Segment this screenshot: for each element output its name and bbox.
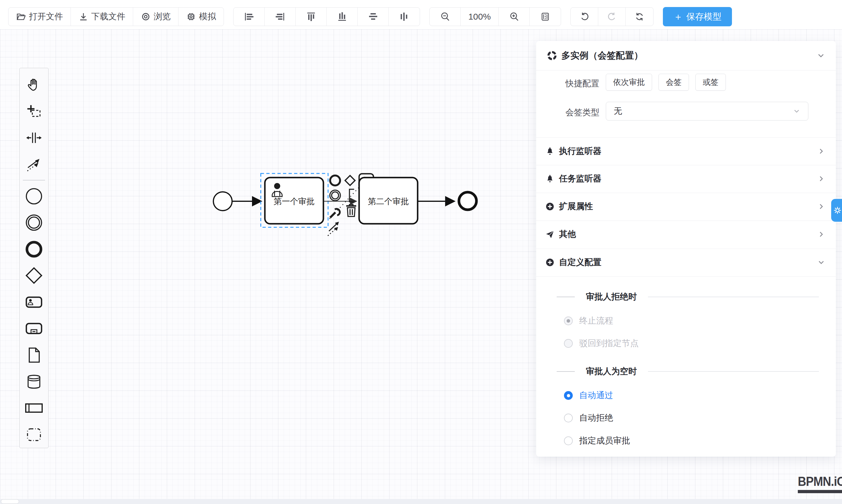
option-sequential-approval[interactable]: 依次审批 bbox=[606, 74, 652, 91]
align-left-button[interactable] bbox=[233, 7, 265, 26]
divider bbox=[536, 276, 836, 277]
save-model-label: 保存模型 bbox=[686, 11, 721, 23]
align-top-button[interactable] bbox=[296, 7, 327, 26]
radio-return-to-node[interactable]: 驳回到指定节点 bbox=[564, 338, 638, 349]
save-model-button[interactable]: ＋ 保存模型 bbox=[663, 7, 732, 26]
align-center-horizontal-button[interactable] bbox=[358, 7, 389, 26]
undo-button[interactable] bbox=[571, 7, 598, 26]
plus-circle-icon bbox=[545, 257, 555, 267]
radio-selected-disabled[interactable] bbox=[564, 317, 573, 325]
create-subprocess[interactable] bbox=[20, 315, 48, 342]
global-connect-tool[interactable] bbox=[20, 151, 48, 178]
lasso-tool[interactable] bbox=[20, 98, 48, 125]
space-tool[interactable] bbox=[20, 125, 48, 151]
radio-auto-reject[interactable]: 自动拒绝 bbox=[564, 412, 613, 424]
radio-label: 驳回到指定节点 bbox=[579, 338, 638, 349]
bpmn-editor: 第一个审批 bbox=[0, 0, 842, 504]
end-event[interactable] bbox=[459, 192, 476, 210]
align-center-horizontal-icon bbox=[368, 12, 378, 22]
chevron-right-icon bbox=[817, 175, 825, 183]
chevron-down-icon[interactable] bbox=[817, 51, 825, 60]
sign-type-select[interactable]: 无 bbox=[606, 102, 808, 121]
create-gateway[interactable] bbox=[20, 263, 48, 289]
section-custom-config[interactable]: 自定义配置 bbox=[536, 249, 836, 276]
zoom-level-label: 100% bbox=[468, 12, 491, 22]
undo-icon bbox=[579, 12, 590, 22]
radio-assign-member[interactable]: 指定成员审批 bbox=[564, 435, 630, 447]
zoom-out-button[interactable] bbox=[429, 7, 461, 26]
simulate-label: 模拟 bbox=[199, 11, 216, 22]
section-task-listener[interactable]: 任务监听器 bbox=[536, 165, 836, 193]
radio-label: 终止流程 bbox=[579, 315, 613, 327]
create-intermediate-event[interactable] bbox=[20, 210, 48, 236]
radio-terminate-process[interactable]: 终止流程 bbox=[564, 315, 613, 327]
zoom-level[interactable]: 100% bbox=[461, 7, 499, 26]
create-data-object[interactable] bbox=[20, 342, 48, 368]
user-task-first-approval[interactable]: 第一个审批 bbox=[265, 178, 323, 224]
settings-toggle-tab[interactable] bbox=[831, 199, 842, 222]
element-palette bbox=[19, 68, 49, 448]
section-label: 执行监听器 bbox=[559, 145, 601, 157]
sign-type-label: 会签类型 bbox=[565, 107, 599, 119]
gateway-icon bbox=[24, 266, 43, 285]
create-end-event[interactable] bbox=[20, 236, 48, 263]
align-bottom-button[interactable] bbox=[327, 7, 358, 26]
create-start-event[interactable] bbox=[20, 183, 48, 210]
start-event[interactable] bbox=[213, 192, 232, 211]
horizontal-scrollbar[interactable] bbox=[0, 499, 842, 504]
section-extended-properties[interactable]: 扩展属性 bbox=[536, 193, 836, 220]
create-participant[interactable] bbox=[20, 395, 48, 421]
change-type-wrench-icon[interactable] bbox=[330, 209, 340, 218]
create-group[interactable] bbox=[20, 421, 48, 448]
align-center-vertical-button[interactable] bbox=[389, 7, 420, 26]
hand-tool[interactable] bbox=[20, 72, 48, 98]
panel-header[interactable]: 多实例（会签配置） bbox=[536, 41, 836, 70]
folder-open-icon bbox=[16, 12, 26, 22]
browse-button[interactable]: 浏览 bbox=[133, 7, 178, 26]
radio-selected[interactable] bbox=[564, 391, 573, 400]
task-label: 第二个审批 bbox=[368, 197, 409, 206]
space-tool-icon bbox=[25, 129, 43, 147]
append-end-event-icon[interactable] bbox=[330, 176, 340, 185]
quick-config-options: 依次审批 会签 或签 bbox=[606, 74, 726, 91]
refresh-button[interactable] bbox=[626, 7, 653, 26]
align-group bbox=[233, 7, 420, 26]
download-file-button[interactable]: 下载文件 bbox=[71, 7, 133, 26]
open-file-button[interactable]: 打开文件 bbox=[8, 7, 71, 26]
logo-text: BPMN.iO bbox=[798, 474, 842, 489]
option-countersign[interactable]: 会签 bbox=[659, 74, 689, 91]
redo-button[interactable] bbox=[598, 7, 626, 26]
radio-label: 指定成员审批 bbox=[579, 435, 630, 447]
section-execution-listener[interactable]: 执行监听器 bbox=[536, 138, 836, 165]
bpmn-io-logo[interactable]: BPMN.iO bbox=[798, 474, 842, 493]
connect-tool-icon[interactable] bbox=[328, 222, 339, 236]
section-other[interactable]: 其他 bbox=[536, 220, 836, 248]
radio-unselected[interactable] bbox=[564, 436, 573, 445]
align-right-button[interactable] bbox=[265, 7, 296, 26]
append-text-annotation-icon[interactable] bbox=[349, 189, 354, 202]
radio-unselected-disabled[interactable] bbox=[564, 339, 573, 348]
delete-trash-icon[interactable] bbox=[346, 204, 356, 216]
redo-icon bbox=[607, 12, 617, 22]
properties-panel: 多实例（会签配置） 快捷配置 依次审批 会签 或签 会签类型 无 bbox=[536, 41, 836, 456]
append-gateway-icon[interactable] bbox=[345, 176, 355, 185]
data-object-icon bbox=[24, 346, 43, 364]
zoom-in-button[interactable] bbox=[499, 7, 530, 26]
chip-icon bbox=[186, 12, 196, 22]
option-or-sign[interactable]: 或签 bbox=[695, 74, 726, 91]
radio-auto-pass[interactable]: 自动通过 bbox=[564, 390, 613, 401]
fit-viewport-button[interactable] bbox=[530, 7, 561, 26]
align-bottom-icon bbox=[337, 12, 347, 22]
append-intermediate-event-icon[interactable] bbox=[330, 190, 340, 201]
refresh-icon bbox=[634, 12, 645, 22]
radio-unselected[interactable] bbox=[564, 414, 573, 422]
simulate-button[interactable]: 模拟 bbox=[178, 7, 224, 26]
align-center-vertical-icon bbox=[399, 12, 409, 22]
scrollbar-thumb[interactable] bbox=[1, 500, 19, 503]
create-user-task[interactable] bbox=[20, 289, 48, 316]
create-data-store[interactable] bbox=[20, 368, 48, 395]
gear-icon bbox=[833, 205, 842, 215]
user-task-second-approval[interactable]: 第二个审批 bbox=[359, 178, 418, 224]
align-left-icon bbox=[244, 12, 254, 22]
radio-label: 自动拒绝 bbox=[579, 412, 613, 424]
